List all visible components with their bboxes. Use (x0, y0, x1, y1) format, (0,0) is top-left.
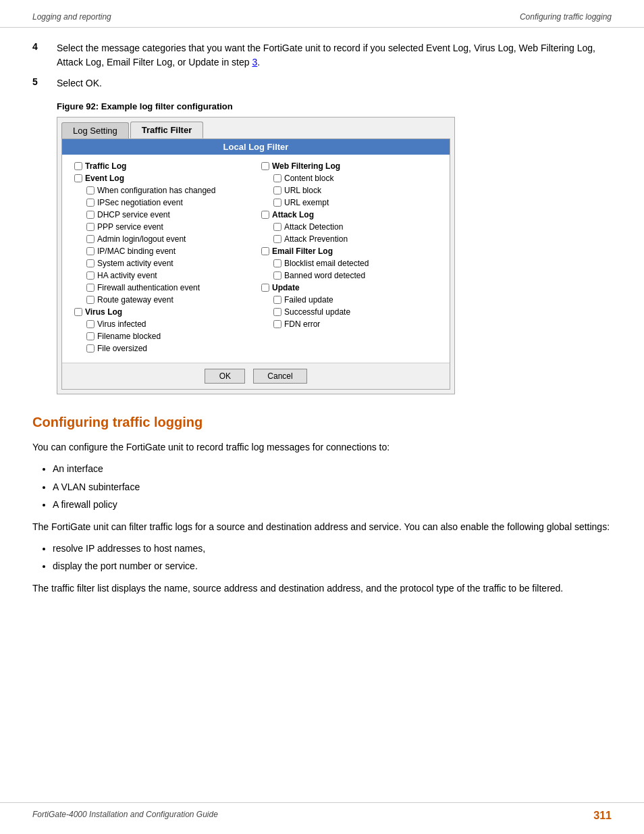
checkbox-input-admin_login[interactable] (86, 235, 95, 243)
checkbox-attack_log: Attack Log (261, 210, 437, 219)
checkbox-input-event_log[interactable] (74, 174, 82, 182)
figure-caption: Figure 92: Example log filter configurat… (57, 101, 612, 111)
checkbox-label-ppp_svc: PPP service event (97, 222, 163, 232)
checkbox-input-sys_activity[interactable] (86, 259, 95, 267)
checkbox-label-filename_blocked: Filename blocked (97, 332, 161, 341)
dialog-tabs: Log Setting Traffic Filter (57, 118, 454, 138)
checkbox-input-ip_mac[interactable] (86, 247, 95, 255)
checkbox-blocklist_email: Blocklist email detected (261, 259, 437, 268)
checkbox-input-cfg_changed[interactable] (86, 186, 95, 194)
checkbox-input-banned_word[interactable] (273, 271, 281, 280)
step-5-text: Select OK. (57, 76, 612, 90)
step-5-number: 5 (32, 76, 46, 90)
checkbox-input-fw_auth[interactable] (86, 284, 95, 292)
checkbox-successful_update: Successful update (261, 307, 437, 317)
dialog-body: Traffic LogEvent LogWhen configuration h… (62, 155, 450, 363)
checkbox-banned_word: Banned word detected (261, 271, 437, 280)
checkbox-label-attack_detect: Attack Detection (284, 222, 343, 232)
checkbox-label-ipsec_neg: IPSec negotiation event (97, 198, 183, 207)
checkbox-cfg_changed: When configuration has changed (74, 186, 250, 195)
tab-log-setting[interactable]: Log Setting (61, 122, 129, 138)
log-filter-dialog: Log Setting Traffic Filter Local Log Fil… (57, 117, 455, 394)
checkbox-attack_detect: Attack Detection (261, 222, 437, 232)
checkbox-label-file_oversized: File oversized (97, 344, 147, 353)
step-4-text: Select the message categories that you w… (57, 41, 612, 70)
dialog-inner: Local Log Filter Traffic LogEvent LogWhe… (61, 138, 450, 390)
checkbox-label-dhcp_svc: DHCP service event (97, 210, 170, 219)
section-para2: The traffic filter list displays the nam… (32, 581, 612, 596)
checkbox-label-successful_update: Successful update (284, 307, 350, 317)
checkbox-fdn_error: FDN error (261, 319, 437, 329)
checkbox-input-attack_detect[interactable] (273, 223, 281, 231)
checkbox-label-banned_word: Banned word detected (284, 271, 365, 280)
checkbox-input-update[interactable] (261, 284, 269, 292)
page-content: 4 Select the message categories that you… (0, 28, 644, 616)
checkbox-input-ipsec_neg[interactable] (86, 199, 95, 207)
checkbox-input-route_gw[interactable] (86, 296, 95, 304)
checkbox-ha_activity: HA activity event (74, 271, 250, 280)
checkbox-input-filename_blocked[interactable] (86, 332, 95, 340)
checkbox-label-web_filter_log: Web Filtering Log (272, 161, 340, 171)
checkbox-label-admin_login: Admin login/logout event (97, 234, 186, 244)
checkbox-input-web_filter_log[interactable] (261, 162, 269, 170)
checkbox-input-ppp_svc[interactable] (86, 223, 95, 231)
checkbox-input-successful_update[interactable] (273, 308, 281, 316)
figure-block: Figure 92: Example log filter configurat… (57, 101, 612, 394)
checkbox-update: Update (261, 283, 437, 292)
checkbox-label-fdn_error: FDN error (284, 319, 320, 329)
bullet-item: A VLAN subinterface (53, 479, 612, 494)
step-3-link[interactable]: 3 (252, 57, 257, 68)
checkbox-input-failed_update[interactable] (273, 296, 281, 304)
dialog-right-col: Web Filtering LogContent blockURL blockU… (256, 161, 443, 356)
checkbox-input-attack_prevent[interactable] (273, 235, 281, 243)
step-4-number: 4 (32, 41, 46, 70)
bullet-item: display the port number or service. (53, 558, 612, 573)
checkbox-admin_login: Admin login/logout event (74, 234, 250, 244)
checkbox-input-ha_activity[interactable] (86, 271, 95, 280)
checkbox-ip_mac: IP/MAC binding event (74, 246, 250, 256)
checkbox-input-virus_infected[interactable] (86, 320, 95, 328)
checkbox-input-traffic_log[interactable] (74, 162, 82, 170)
checkbox-ppp_svc: PPP service event (74, 222, 250, 232)
page-number: 311 (593, 810, 612, 822)
checkbox-input-blocklist_email[interactable] (273, 259, 281, 267)
bullet-item: A firewall policy (53, 497, 612, 512)
checkbox-sys_activity: System activity event (74, 259, 250, 268)
checkbox-label-blocklist_email: Blocklist email detected (284, 259, 369, 268)
checkbox-input-attack_log[interactable] (261, 211, 269, 219)
checkbox-input-dhcp_svc[interactable] (86, 211, 95, 219)
checkbox-virus_infected: Virus infected (74, 319, 250, 329)
step-5-block: 5 Select OK. (32, 76, 612, 90)
dialog-buttons: OK Cancel (62, 363, 450, 389)
section-intro: You can configure the FortiGate unit to … (32, 440, 612, 454)
tab-traffic-filter[interactable]: Traffic Filter (130, 122, 203, 138)
checkbox-file_oversized: File oversized (74, 344, 250, 353)
section-para1: The FortiGate unit can filter traffic lo… (32, 519, 612, 534)
cancel-button[interactable]: Cancel (253, 369, 306, 384)
checkbox-input-file_oversized[interactable] (86, 344, 95, 353)
checkbox-label-traffic_log: Traffic Log (85, 161, 126, 171)
checkbox-label-cfg_changed: When configuration has changed (97, 186, 215, 195)
checkbox-label-update: Update (272, 283, 300, 292)
checkbox-label-virus_infected: Virus infected (97, 319, 146, 329)
checkbox-input-virus_log[interactable] (74, 308, 82, 316)
dialog-left-col: Traffic LogEvent LogWhen configuration h… (69, 161, 256, 356)
footer-left: FortiGate-4000 Installation and Configur… (32, 810, 218, 822)
checkbox-label-virus_log: Virus Log (85, 307, 122, 317)
section-heading: Configuring traffic logging (32, 415, 612, 430)
checkbox-input-url_block[interactable] (273, 186, 281, 194)
ok-button[interactable]: OK (205, 369, 245, 384)
dialog-title-bar: Local Log Filter (62, 139, 450, 155)
checkbox-label-ip_mac: IP/MAC binding event (97, 246, 176, 256)
checkbox-fw_auth: Firewall authentication event (74, 283, 250, 292)
bullet-item: An interface (53, 461, 612, 476)
checkbox-input-fdn_error[interactable] (273, 320, 281, 328)
checkbox-ipsec_neg: IPSec negotiation event (74, 198, 250, 207)
page-footer: FortiGate-4000 Installation and Configur… (0, 802, 644, 822)
checkbox-label-event_log: Event Log (85, 174, 124, 183)
checkbox-input-email_filter_log[interactable] (261, 247, 269, 255)
checkbox-input-content_block[interactable] (273, 174, 281, 182)
checkbox-label-sys_activity: System activity event (97, 259, 173, 268)
checkbox-input-url_exempt[interactable] (273, 199, 281, 207)
bullet-item: resolve IP addresses to host names, (53, 541, 612, 556)
